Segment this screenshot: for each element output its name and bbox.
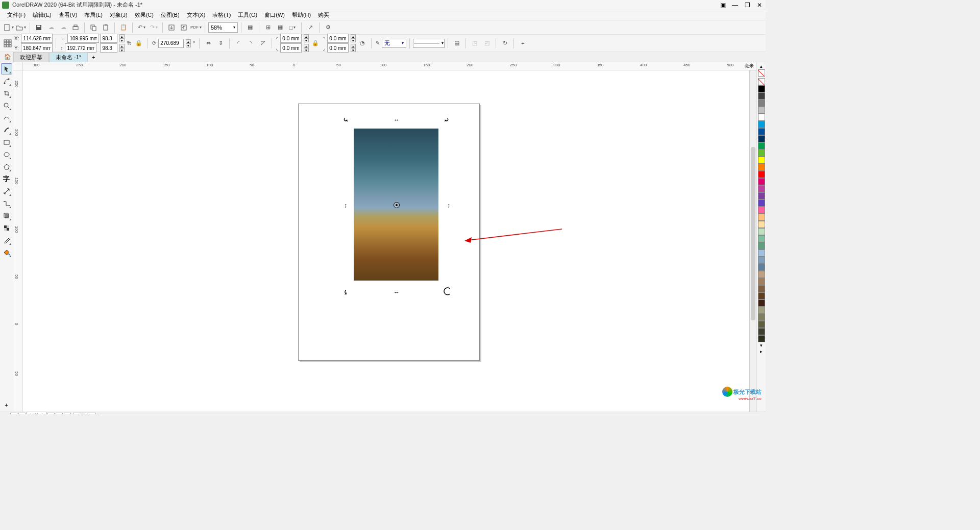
horizontal-scrollbar[interactable] [100,414,760,415]
color-swatch[interactable] [758,207,765,214]
skew-handle-right[interactable]: ↕ [445,202,452,209]
menu-effects[interactable]: 效果(C) [132,10,157,20]
height-input[interactable] [65,43,96,53]
prev-page-button[interactable]: ◀ [18,413,26,415]
add-button[interactable]: + [517,38,528,49]
color-swatch[interactable] [758,199,765,207]
x-position-input[interactable] [21,34,53,43]
new-button[interactable]: ▾ [3,22,14,33]
color-swatch[interactable] [758,85,765,92]
convert-curves-button[interactable]: ↻ [499,38,510,49]
swatch-no-fill[interactable] [758,78,765,85]
hscroll-thumb[interactable] [100,414,760,415]
ruler-corner[interactable] [13,62,22,70]
swatch-outline-none[interactable] [758,69,765,77]
corner-tr-input[interactable] [327,34,349,43]
to-front-button[interactable]: ◳ [469,38,480,49]
rotation-center[interactable] [394,202,400,208]
snap-rulers-button[interactable]: ⊞ [262,22,274,33]
corner-tl-input[interactable] [280,34,302,43]
paste-button[interactable] [100,22,111,33]
color-swatch[interactable] [758,264,765,271]
fill-tool[interactable] [1,247,12,258]
spin-up[interactable]: ▴ [119,44,125,48]
color-swatch[interactable] [758,285,765,292]
vscroll-thumb[interactable] [751,147,755,320]
menu-text[interactable]: 文本(X) [184,10,209,20]
page-tab-1[interactable]: 页 1 [73,413,95,415]
last-page-button[interactable]: ⏭ [56,413,63,415]
zoom-tool[interactable] [1,100,12,111]
vertical-scrollbar[interactable] [749,70,756,412]
copy-button[interactable] [88,22,99,33]
first-page-button[interactable]: ⏮ [10,413,17,415]
connector-tool[interactable] [1,198,12,209]
menu-bitmaps[interactable]: 位图(B) [158,10,183,20]
fullscreen-button[interactable]: ▦ [244,22,256,33]
ellipse-tool[interactable] [1,149,12,160]
page-options-icon[interactable]: ⊞ [2,413,10,415]
palette-flyout[interactable]: ▸ [758,348,765,355]
menu-layout[interactable]: 布局(L) [81,10,105,20]
menu-edit[interactable]: 编辑(E) [30,10,55,20]
spin-up[interactable]: ▴ [119,34,125,38]
drawing-canvas[interactable]: ⤿ ↔ ⤾ ↕ ↕ ⤹ ↔ [22,70,749,412]
color-swatch[interactable] [758,185,765,192]
launch-button[interactable]: ↗ [305,22,316,33]
color-swatch[interactable] [758,314,765,321]
menu-tools[interactable]: 工具(O) [235,10,260,20]
color-swatch[interactable] [758,171,765,178]
spin-down[interactable]: ▾ [119,48,125,52]
shape-tool[interactable] [1,75,12,87]
corner-bl-input[interactable] [280,43,302,53]
next-page-button[interactable]: ▶ [47,413,55,415]
color-swatch[interactable] [758,92,765,99]
doc-tab[interactable]: 未命名 -1* [49,52,88,62]
clipboard-button[interactable]: 📋 [118,22,129,33]
zoom-level-combo[interactable]: 58%▾ [208,22,238,33]
add-tab-button[interactable]: + [88,53,99,62]
color-swatch[interactable] [758,299,765,307]
transparency-tool[interactable] [1,222,12,234]
spin-down[interactable]: ▾ [119,38,125,42]
color-swatch[interactable] [758,135,765,142]
spin-down[interactable]: ▾ [186,43,191,47]
color-swatch[interactable] [758,121,765,128]
lock-ratio-button[interactable]: 🔒 [133,38,144,49]
freehand-tool[interactable] [1,112,12,123]
minimize-button[interactable]: — [731,1,739,9]
spin-up[interactable]: ▴ [186,39,191,43]
print-button[interactable] [70,22,81,33]
corner-br-input[interactable] [327,43,349,53]
palette-up[interactable]: ▴ [758,63,765,69]
menu-buy[interactable]: 购买 [315,10,332,20]
vertical-ruler[interactable]: 25020015010050050 [13,70,22,412]
cloud-up-button[interactable]: ☁ [45,22,57,33]
rotate-handle-br[interactable] [443,288,450,295]
menu-window[interactable]: 窗口(W) [261,10,288,20]
mirror-h-button[interactable]: ⇔ [203,38,214,49]
import-button[interactable] [166,22,177,33]
transform-origin-button[interactable] [3,38,12,49]
color-swatch[interactable] [758,192,765,199]
artistic-media-tool[interactable] [1,124,12,136]
relative-corner-button[interactable]: ◔ [357,38,368,49]
color-swatch[interactable] [758,271,765,278]
mirror-v-button[interactable]: ⇕ [215,38,226,49]
color-swatch[interactable] [758,335,765,342]
menu-help[interactable]: 帮助(H) [289,10,314,20]
color-swatch[interactable] [758,235,765,242]
horizontal-ruler[interactable]: 3002502001501005005010015020025030035040… [22,62,749,70]
color-swatch[interactable] [758,142,765,149]
menu-file[interactable]: 文件(F) [4,10,29,20]
rotate-handle-tl[interactable]: ⤿ [342,116,349,123]
corner-lock-button[interactable]: 🔒 [310,38,321,49]
y-position-input[interactable] [21,43,53,53]
color-swatch[interactable] [758,242,765,249]
color-swatch[interactable] [758,278,765,285]
maximize-button[interactable]: ❐ [743,1,751,9]
snap-grid-button[interactable]: ▦ [275,22,286,33]
cloud-down-button[interactable]: ☁ [58,22,69,33]
pick-tool[interactable] [1,63,12,74]
color-swatch[interactable] [758,114,765,121]
